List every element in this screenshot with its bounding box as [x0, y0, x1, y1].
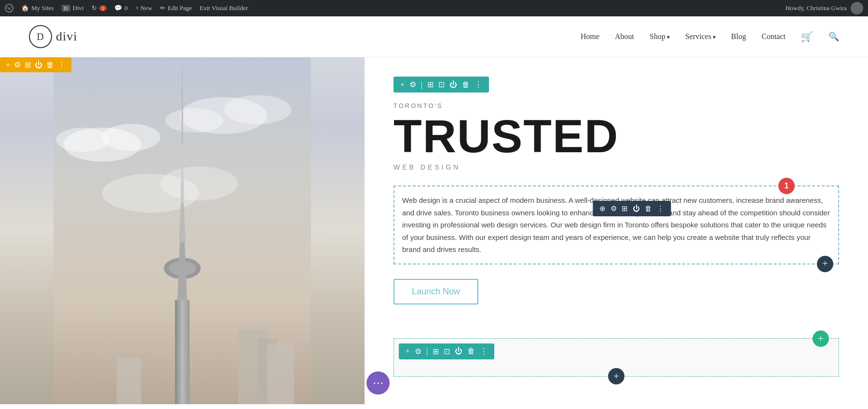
avatar	[851, 2, 863, 14]
hero-image	[0, 57, 365, 404]
svg-point-4	[102, 124, 161, 151]
section-toolbar-orange[interactable]: + ⚙ ⊞ ⏻ 🗑 ⋮	[0, 57, 71, 72]
comment-count: 0	[124, 4, 128, 12]
svg-point-7	[224, 95, 292, 124]
module-power-icon[interactable]: ⏻	[449, 80, 457, 89]
inner-layout-icon[interactable]: ⊞	[622, 204, 628, 213]
inner-power-icon[interactable]: ⏻	[633, 205, 640, 213]
inner-add-icon[interactable]: ⊕	[599, 204, 606, 213]
main-content-section: + ⚙ | ⊞ ⊡ ⏻ 🗑 ⋮ TORONTO'S TRUSTED WEB DE…	[0, 57, 868, 404]
divi-menu[interactable]: D Divi	[62, 4, 84, 12]
search-icon[interactable]: 🔍	[828, 31, 839, 42]
svg-text:W: W	[7, 6, 12, 11]
svg-rect-21	[267, 343, 294, 404]
module-delete-icon[interactable]: 🗑	[462, 80, 470, 89]
svg-rect-11	[175, 300, 190, 404]
nav-item-about[interactable]: About	[615, 32, 634, 41]
nav-link-home[interactable]: Home	[581, 32, 599, 40]
bottom-module-more-icon[interactable]: ⋮	[480, 347, 488, 356]
module-settings-icon[interactable]: ⚙	[409, 80, 416, 89]
hero-subtitle: TORONTO'S	[393, 102, 839, 109]
hero-image-column	[0, 57, 365, 404]
new-menu[interactable]: + New	[136, 4, 152, 12]
edit-page-button[interactable]: ✏ Edit Page	[160, 4, 192, 12]
cart-icon[interactable]: 🛒	[801, 31, 813, 42]
house-icon: 🏠	[21, 4, 29, 12]
divi-icon: D	[62, 5, 70, 12]
section-add-icon[interactable]: +	[6, 61, 10, 69]
update-count[interactable]: ↻ 1	[92, 4, 107, 12]
module-toolbar-teal[interactable]: + ⚙ | ⊞ ⊡ ⏻ 🗑 ⋮	[393, 77, 489, 92]
exit-builder-label: Exit Visual Builder	[200, 4, 248, 12]
svg-point-10	[161, 167, 238, 200]
badge-number-1: 1	[778, 178, 795, 194]
bottom-module-power-icon[interactable]: ⏻	[455, 347, 462, 356]
section-settings-icon[interactable]: ⚙	[14, 60, 21, 69]
page-wrapper: D divi Home About Shop Services Blog Con…	[0, 16, 868, 404]
nav-item-shop[interactable]: Shop	[650, 32, 670, 41]
inner-delete-icon[interactable]: 🗑	[645, 205, 652, 213]
purple-menu-circle[interactable]: ⋯	[366, 371, 390, 395]
nav-link-shop[interactable]: Shop	[650, 32, 670, 40]
bottom-module-toolbar-teal[interactable]: + ⚙ | ⊞ ⊡ ⏻ 🗑 ⋮	[399, 343, 494, 359]
svg-point-8	[165, 108, 224, 132]
bottom-module-settings-icon[interactable]: ⚙	[415, 347, 421, 356]
svg-point-5	[56, 128, 109, 152]
update-icon: ↻	[92, 4, 97, 12]
wp-logo[interactable]: W	[5, 4, 14, 13]
site-logo[interactable]: D divi	[29, 25, 77, 48]
logo-circle: D	[29, 25, 52, 48]
bottom-toolbar-separator: |	[426, 347, 428, 356]
nav-menu: Home About Shop Services Blog Contact	[581, 32, 786, 41]
cn-tower-svg	[0, 57, 365, 404]
launch-now-button[interactable]: Launch Now	[393, 279, 478, 304]
bottom-module-add-icon[interactable]: +	[406, 347, 410, 356]
inner-more-icon[interactable]: ⋮	[657, 204, 664, 213]
nav-link-services[interactable]: Services	[685, 32, 716, 40]
module-layout-icon[interactable]: ⊞	[427, 80, 434, 89]
admin-user-info: Howdy, Christina Gwira	[786, 2, 863, 14]
comment-icon: 💬	[114, 4, 122, 12]
nav-link-blog[interactable]: Blog	[731, 32, 746, 40]
comments-menu[interactable]: 💬 0	[114, 4, 128, 12]
text-content-block: 1 Web design is a crucial aspect of mode…	[393, 185, 839, 264]
nav-item-services[interactable]: Services	[685, 32, 716, 41]
edit-page-label: Edit Page	[168, 4, 192, 12]
add-below-circle-2[interactable]: +	[608, 368, 624, 384]
hero-content-column: + ⚙ | ⊞ ⊡ ⏻ 🗑 ⋮ TORONTO'S TRUSTED WEB DE…	[365, 57, 868, 404]
bottom-module-layout-icon[interactable]: ⊞	[433, 347, 439, 356]
inner-settings-icon[interactable]: ⚙	[610, 204, 617, 213]
new-label: + New	[136, 4, 152, 12]
svg-rect-22	[117, 358, 141, 404]
hero-text-block: TORONTO'S TRUSTED WEB DESIGN	[393, 102, 839, 171]
nav-item-contact[interactable]: Contact	[761, 32, 786, 41]
module-grid-icon[interactable]: ⊡	[438, 80, 445, 89]
hero-title-main: TRUSTED	[393, 113, 839, 159]
admin-bar: W 🏠 My Sites D Divi ↻ 1 💬 0 + New ✏ Edit…	[0, 0, 868, 16]
nav-link-contact[interactable]: Contact	[761, 32, 786, 40]
module-more-icon[interactable]: ⋮	[475, 80, 482, 89]
nav-item-blog[interactable]: Blog	[731, 32, 746, 41]
logo-letter: D	[37, 31, 44, 42]
section-layout-icon[interactable]: ⊞	[25, 60, 31, 69]
update-number: 1	[99, 5, 107, 11]
main-section-outer: + ⚙ ⊞ ⏻ 🗑 ⋮	[0, 57, 868, 404]
section-more-icon[interactable]: ⋮	[58, 60, 66, 69]
bottom-module-delete-icon[interactable]: 🗑	[467, 347, 475, 356]
bottom-teal-section: + + ⚙ | ⊞ ⊡ ⏻ 🗑 ⋮ +	[393, 338, 839, 377]
pencil-icon: ✏	[160, 4, 165, 12]
inner-floating-toolbar[interactable]: ⊕ ⚙ ⊞ ⏻ 🗑 ⋮	[593, 201, 671, 216]
bottom-module-grid-icon[interactable]: ⊡	[444, 347, 450, 356]
section-delete-icon[interactable]: 🗑	[46, 61, 54, 69]
exit-builder-button[interactable]: Exit Visual Builder	[200, 4, 248, 12]
nav-item-home[interactable]: Home	[581, 32, 599, 41]
section-power-icon[interactable]: ⏻	[35, 61, 42, 69]
add-below-circle[interactable]: +	[817, 256, 833, 272]
my-sites-menu[interactable]: 🏠 My Sites	[21, 4, 54, 12]
add-above-green-circle[interactable]: +	[813, 330, 829, 347]
toolbar-separator: |	[421, 80, 422, 89]
site-nav: D divi Home About Shop Services Blog Con…	[0, 16, 868, 57]
module-add-icon[interactable]: +	[400, 80, 405, 89]
nav-link-about[interactable]: About	[615, 32, 634, 40]
logo-text: divi	[56, 29, 77, 44]
